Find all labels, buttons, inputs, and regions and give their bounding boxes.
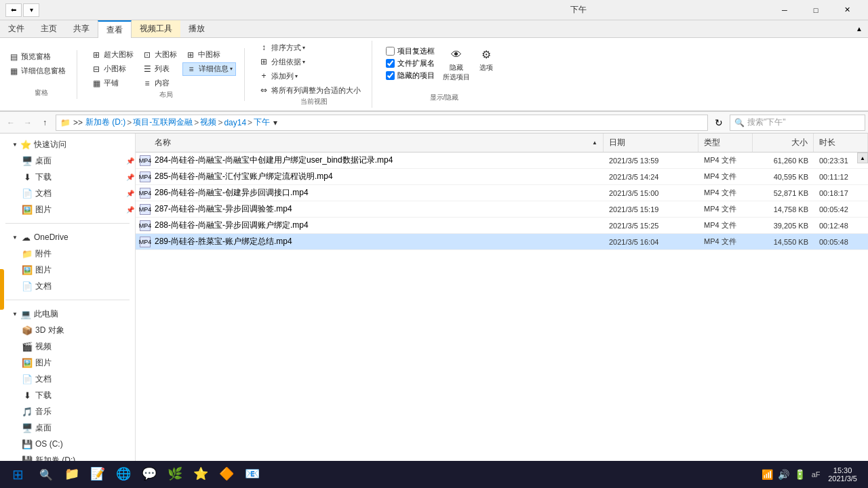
tray-network-icon[interactable]: 📶 [760, 468, 774, 481]
sidebar-item-picture3[interactable]: 🖼️ 图片 [0, 354, 135, 371]
system-clock[interactable]: 15:30 2021/3/5 [825, 466, 860, 483]
options-btn[interactable]: ⚙ 选项 [475, 45, 497, 82]
path-sep-3: > [218, 118, 222, 127]
sidebar-item-picture[interactable]: 🖼️ 图片 📌 [0, 201, 135, 218]
file-extensions-item[interactable]: 文件扩展名 [383, 58, 437, 69]
tab-view[interactable]: 查看 [98, 20, 132, 38]
tray-volume-icon[interactable]: 🔊 [776, 468, 790, 481]
details-pane-btn[interactable]: ▦ 详细信息窗格 [5, 64, 68, 78]
file-explorer-icon: 📁 [64, 466, 80, 482]
ribbon-collapse-btn[interactable]: ▲ [856, 25, 863, 33]
sidebar-item-attachment[interactable]: 📁 附件 [0, 245, 135, 262]
back-btn[interactable]: ← [3, 115, 19, 131]
table-row[interactable]: MP4 287-尚硅谷-尚融宝-异步回调验签.mp4 2021/3/5 15:1… [136, 201, 868, 218]
sidebar-item-document[interactable]: 📄 文档 📌 [0, 185, 135, 201]
start-btn[interactable]: ⊞ [3, 462, 33, 487]
taskbar-btn-7[interactable]: 🔶 [214, 462, 239, 487]
address-path[interactable]: 📁 >> 新加卷 (D:) > 项目-互联网金融 > 视频 > day14 > … [56, 115, 708, 131]
list-btn[interactable]: ☰ 列表 [139, 62, 180, 76]
path-part-0[interactable]: 新加卷 (D:) [85, 117, 125, 128]
taskbar-search-btn[interactable]: 🔍 [34, 462, 58, 487]
group-by-btn[interactable]: ⊞ 分组依据 ▾ [256, 55, 363, 68]
tab-file[interactable]: 文件 [0, 20, 33, 37]
table-row[interactable]: MP4 284-尚硅谷-尚融宝-尚融宝中创建用户绑定user_bind数据记录.… [136, 152, 868, 169]
add-col-btn[interactable]: + 添加列 ▾ [256, 69, 363, 83]
table-row[interactable]: MP4 285-尚硅谷-尚融宝-汇付宝账户绑定流程说明.mp4 2021/3/5… [136, 169, 868, 185]
fit-all-btn[interactable]: ⇔ 将所有列调整为合适的大小 [256, 83, 363, 97]
close-btn[interactable]: ✕ [831, 0, 863, 20]
file-extensions-input[interactable] [386, 59, 395, 68]
col-header-type[interactable]: 类型 [698, 134, 753, 152]
quick-access-btn[interactable]: ⬅ [5, 3, 22, 17]
taskbar-file-explorer[interactable]: 📁 [60, 462, 84, 487]
sidebar-picture3-label: 图片 [35, 357, 135, 369]
col-header-size[interactable]: 大小 [753, 134, 814, 152]
taskbar-btn-4[interactable]: 💬 [137, 462, 161, 487]
tab-video-tools[interactable]: 视频工具 [132, 20, 180, 37]
sidebar-this-pc-header[interactable]: ▼ 💻 此电脑 [0, 306, 135, 322]
customize-quick-access-btn[interactable]: ▾ [23, 3, 39, 17]
scroll-top-btn[interactable]: ▲ [857, 152, 868, 163]
sidebar-item-video[interactable]: 🎬 视频 [0, 338, 135, 354]
sidebar-onedrive-header[interactable]: ▼ ☁ OneDrive [0, 229, 135, 245]
taskbar-btn-6[interactable]: ⭐ [189, 462, 213, 487]
sort-by-btn[interactable]: ↕ 排序方式 ▾ [256, 41, 363, 54]
tiles-btn[interactable]: ▦ 平铺 [88, 77, 136, 90]
path-part-4[interactable]: 下午 [254, 117, 270, 128]
tray-battery-icon[interactable]: 🔋 [793, 468, 806, 481]
col-header-duration[interactable]: 时长 [814, 134, 868, 152]
sidebar-item-download2[interactable]: ⬇ 下载 [0, 387, 135, 403]
sidebar-quick-access-header[interactable]: ▼ ⭐ 快速访问 [0, 136, 135, 152]
content-btn[interactable]: ≡ 内容 [139, 77, 180, 90]
tab-share[interactable]: 共享 [65, 20, 98, 37]
desktop2-icon: 🖥️ [22, 422, 33, 433]
sidebar-item-3d[interactable]: 📦 3D 对象 [0, 322, 135, 338]
minimize-btn[interactable]: ─ [769, 0, 800, 20]
taskbar-btn-3[interactable]: 🌐 [111, 462, 136, 487]
sidebar-item-os-c[interactable]: 💾 OS (C:) [0, 436, 135, 452]
sidebar-item-music[interactable]: 🎵 音乐 [0, 403, 135, 420]
taskbar-btn-5[interactable]: 🌿 [163, 462, 187, 487]
table-row[interactable]: MP4 289-尚硅谷-胜菜宝-账户绑定总结.mp4 2021/3/5 16:0… [136, 234, 868, 250]
maximize-btn[interactable]: □ [800, 0, 831, 20]
path-part-1[interactable]: 项目-互联网金融 [133, 117, 193, 128]
sidebar-item-document3[interactable]: 📄 文档 [0, 371, 135, 387]
file-list-scroll[interactable]: ▲ MP4 284-尚硅谷-尚融宝-尚融宝中创建用户绑定user_bind数据记… [136, 152, 868, 462]
tray-lang-icon[interactable]: aF [809, 468, 823, 481]
tab-home[interactable]: 主页 [33, 20, 65, 37]
up-btn[interactable]: ↑ [37, 115, 53, 131]
sidebar-item-desktop[interactable]: 🖥️ 桌面 📌 [0, 152, 135, 169]
medium-icon-btn[interactable]: ⊞ 中图标 [182, 48, 236, 62]
refresh-btn[interactable]: ↻ [711, 115, 727, 131]
table-row[interactable]: MP4 288-尚硅谷-尚融宝-异步回调账户绑定.mp4 2021/3/5 15… [136, 218, 868, 234]
tab-playback[interactable]: 播放 [180, 20, 213, 37]
item-checkbox-input[interactable] [386, 47, 395, 56]
hidden-items-item[interactable]: 隐藏的项目 [383, 70, 437, 81]
large-icon-btn[interactable]: ⊡ 大图标 [139, 48, 180, 62]
sidebar-item-picture2[interactable]: 🖼️ 图片 [0, 262, 135, 278]
hidden-items-input[interactable] [386, 71, 395, 80]
hide-btn[interactable]: 👁 隐藏 所选项目 [440, 45, 473, 83]
item-checkbox-item[interactable]: 项目复选框 [383, 45, 437, 57]
forward-btn[interactable]: → [20, 115, 36, 131]
path-dropdown-arrow[interactable]: ▾ [270, 118, 281, 127]
sidebar-item-document2[interactable]: 📄 文档 [0, 278, 135, 294]
preview-pane-btn[interactable]: ▤ 预览窗格 [5, 50, 68, 64]
col-header-date[interactable]: 日期 [604, 134, 698, 152]
sidebar-item-download[interactable]: ⬇ 下载 📌 [0, 169, 135, 185]
table-row[interactable]: MP4 286-尚硅谷-尚融宝-创建异步回调接口.mp4 2021/3/5 15… [136, 185, 868, 201]
taskbar-btn-8[interactable]: 📧 [240, 462, 264, 487]
extra-large-icon-btn[interactable]: ⊞ 超大图标 [88, 48, 136, 62]
search-bar[interactable]: 🔍 搜索"下午" [730, 115, 865, 131]
file-type-icon: MP4 [138, 154, 152, 167]
path-part-2[interactable]: 视频 [200, 117, 216, 128]
sidebar-document3-label: 文档 [35, 373, 135, 385]
sidebar-item-new-vol-d[interactable]: 💾 新加卷 (D:) [0, 452, 135, 462]
small-icon-btn[interactable]: ⊟ 小图标 [88, 62, 136, 76]
sidebar-item-desktop2[interactable]: 🖥️ 桌面 [0, 420, 135, 436]
col-header-name[interactable]: 名称 ▲ [149, 134, 604, 152]
taskbar-btn-2[interactable]: 📝 [85, 462, 110, 487]
path-part-3[interactable]: day14 [224, 118, 246, 127]
taskbar-icon-8: 📧 [244, 466, 260, 482]
details-btn[interactable]: ≡ 详细信息 ▾ [182, 62, 236, 76]
